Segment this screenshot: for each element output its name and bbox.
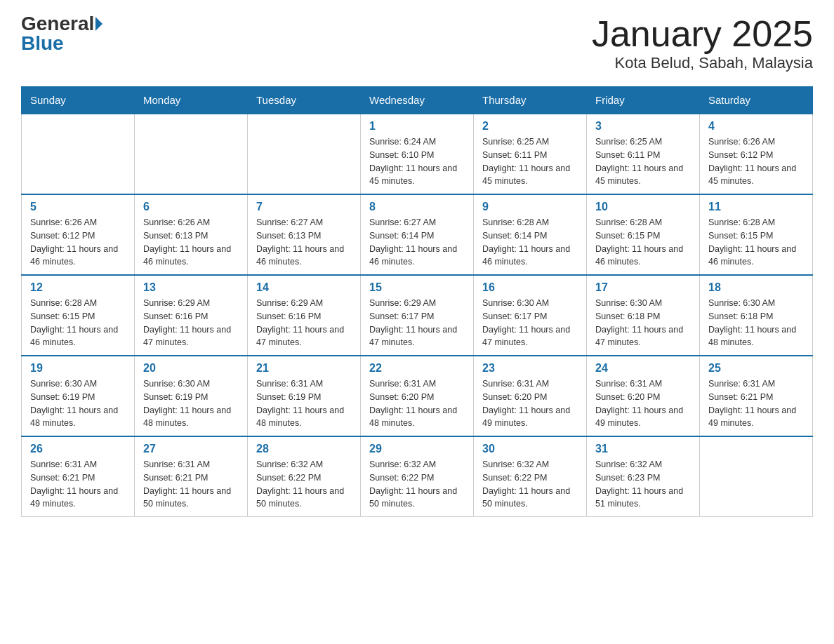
day-info: Sunrise: 6:25 AM Sunset: 6:11 PM Dayligh… (482, 135, 578, 188)
calendar-cell: 3Sunrise: 6:25 AM Sunset: 6:11 PM Daylig… (587, 114, 700, 194)
calendar-cell: 26Sunrise: 6:31 AM Sunset: 6:21 PM Dayli… (22, 436, 135, 517)
weekday-header-wednesday: Wednesday (361, 87, 474, 114)
calendar-cell: 29Sunrise: 6:32 AM Sunset: 6:22 PM Dayli… (361, 436, 474, 517)
day-info: Sunrise: 6:29 AM Sunset: 6:17 PM Dayligh… (369, 297, 465, 349)
day-number: 8 (369, 201, 465, 213)
logo-general-text: General (21, 14, 94, 34)
day-info: Sunrise: 6:29 AM Sunset: 6:16 PM Dayligh… (143, 297, 239, 349)
day-number: 1 (369, 120, 465, 133)
weekday-header-thursday: Thursday (474, 87, 587, 114)
day-info: Sunrise: 6:32 AM Sunset: 6:22 PM Dayligh… (369, 458, 465, 511)
day-info: Sunrise: 6:31 AM Sunset: 6:20 PM Dayligh… (369, 377, 465, 430)
day-info: Sunrise: 6:32 AM Sunset: 6:22 PM Dayligh… (256, 458, 352, 511)
calendar-cell: 15Sunrise: 6:29 AM Sunset: 6:17 PM Dayli… (361, 275, 474, 356)
day-number: 6 (143, 201, 239, 213)
day-number: 17 (595, 281, 691, 294)
day-number: 31 (595, 443, 691, 455)
calendar-cell: 7Sunrise: 6:27 AM Sunset: 6:13 PM Daylig… (248, 194, 361, 275)
page-header: General Blue January 2025 Kota Belud, Sa… (21, 14, 813, 72)
day-number: 18 (708, 281, 804, 294)
weekday-header-saturday: Saturday (700, 87, 813, 114)
calendar-week-row: 26Sunrise: 6:31 AM Sunset: 6:21 PM Dayli… (22, 436, 813, 517)
calendar-cell: 6Sunrise: 6:26 AM Sunset: 6:13 PM Daylig… (135, 194, 248, 275)
calendar-cell (248, 114, 361, 194)
day-number: 21 (256, 362, 352, 375)
day-info: Sunrise: 6:31 AM Sunset: 6:21 PM Dayligh… (30, 458, 126, 511)
day-number: 12 (30, 281, 126, 294)
day-info: Sunrise: 6:25 AM Sunset: 6:11 PM Dayligh… (595, 135, 691, 188)
weekday-header-monday: Monday (135, 87, 248, 114)
calendar-cell: 10Sunrise: 6:28 AM Sunset: 6:15 PM Dayli… (587, 194, 700, 275)
day-number: 10 (595, 201, 691, 213)
day-info: Sunrise: 6:26 AM Sunset: 6:13 PM Dayligh… (143, 216, 239, 269)
day-info: Sunrise: 6:28 AM Sunset: 6:15 PM Dayligh… (595, 216, 691, 269)
calendar-week-row: 5Sunrise: 6:26 AM Sunset: 6:12 PM Daylig… (22, 194, 813, 275)
calendar-cell (700, 436, 813, 517)
calendar-header-row: SundayMondayTuesdayWednesdayThursdayFrid… (22, 87, 813, 114)
day-info: Sunrise: 6:27 AM Sunset: 6:13 PM Dayligh… (256, 216, 352, 269)
day-info: Sunrise: 6:30 AM Sunset: 6:18 PM Dayligh… (595, 297, 691, 349)
day-number: 30 (482, 443, 578, 455)
location-title: Kota Belud, Sabah, Malaysia (592, 54, 813, 72)
day-info: Sunrise: 6:24 AM Sunset: 6:10 PM Dayligh… (369, 135, 465, 188)
calendar-cell: 9Sunrise: 6:28 AM Sunset: 6:14 PM Daylig… (474, 194, 587, 275)
day-number: 25 (708, 362, 804, 375)
day-number: 24 (595, 362, 691, 375)
day-number: 29 (369, 443, 465, 455)
day-info: Sunrise: 6:30 AM Sunset: 6:17 PM Dayligh… (482, 297, 578, 349)
day-info: Sunrise: 6:32 AM Sunset: 6:23 PM Dayligh… (595, 458, 691, 511)
calendar-cell: 31Sunrise: 6:32 AM Sunset: 6:23 PM Dayli… (587, 436, 700, 517)
day-info: Sunrise: 6:27 AM Sunset: 6:14 PM Dayligh… (369, 216, 465, 269)
day-number: 27 (143, 443, 239, 455)
calendar-cell: 24Sunrise: 6:31 AM Sunset: 6:20 PM Dayli… (587, 356, 700, 436)
weekday-header-friday: Friday (587, 87, 700, 114)
day-number: 19 (30, 362, 126, 375)
calendar-cell: 25Sunrise: 6:31 AM Sunset: 6:21 PM Dayli… (700, 356, 813, 436)
day-info: Sunrise: 6:32 AM Sunset: 6:22 PM Dayligh… (482, 458, 578, 511)
calendar-cell: 12Sunrise: 6:28 AM Sunset: 6:15 PM Dayli… (22, 275, 135, 356)
day-number: 26 (30, 443, 126, 455)
day-info: Sunrise: 6:31 AM Sunset: 6:19 PM Dayligh… (256, 377, 352, 430)
day-info: Sunrise: 6:31 AM Sunset: 6:20 PM Dayligh… (482, 377, 578, 430)
logo-blue-text: Blue (21, 32, 64, 54)
calendar-cell: 20Sunrise: 6:30 AM Sunset: 6:19 PM Dayli… (135, 356, 248, 436)
calendar-week-row: 12Sunrise: 6:28 AM Sunset: 6:15 PM Dayli… (22, 275, 813, 356)
calendar-cell: 14Sunrise: 6:29 AM Sunset: 6:16 PM Dayli… (248, 275, 361, 356)
calendar-cell: 23Sunrise: 6:31 AM Sunset: 6:20 PM Dayli… (474, 356, 587, 436)
calendar-cell: 1Sunrise: 6:24 AM Sunset: 6:10 PM Daylig… (361, 114, 474, 194)
day-number: 20 (143, 362, 239, 375)
day-number: 23 (482, 362, 578, 375)
day-number: 22 (369, 362, 465, 375)
calendar-table: SundayMondayTuesdayWednesdayThursdayFrid… (21, 86, 813, 517)
day-info: Sunrise: 6:31 AM Sunset: 6:21 PM Dayligh… (708, 377, 804, 430)
calendar-cell: 18Sunrise: 6:30 AM Sunset: 6:18 PM Dayli… (700, 275, 813, 356)
calendar-week-row: 19Sunrise: 6:30 AM Sunset: 6:19 PM Dayli… (22, 356, 813, 436)
day-number: 9 (482, 201, 578, 213)
day-info: Sunrise: 6:26 AM Sunset: 6:12 PM Dayligh… (30, 216, 126, 269)
calendar-cell: 28Sunrise: 6:32 AM Sunset: 6:22 PM Dayli… (248, 436, 361, 517)
logo: General Blue (21, 14, 104, 53)
day-number: 4 (708, 120, 804, 133)
day-number: 3 (595, 120, 691, 133)
day-number: 15 (369, 281, 465, 294)
day-info: Sunrise: 6:28 AM Sunset: 6:14 PM Dayligh… (482, 216, 578, 269)
day-info: Sunrise: 6:30 AM Sunset: 6:19 PM Dayligh… (143, 377, 239, 430)
day-info: Sunrise: 6:31 AM Sunset: 6:20 PM Dayligh… (595, 377, 691, 430)
calendar-cell: 4Sunrise: 6:26 AM Sunset: 6:12 PM Daylig… (700, 114, 813, 194)
weekday-header-tuesday: Tuesday (248, 87, 361, 114)
logo-arrow-icon (95, 17, 102, 31)
calendar-cell: 19Sunrise: 6:30 AM Sunset: 6:19 PM Dayli… (22, 356, 135, 436)
calendar-cell: 17Sunrise: 6:30 AM Sunset: 6:18 PM Dayli… (587, 275, 700, 356)
day-number: 7 (256, 201, 352, 213)
day-info: Sunrise: 6:28 AM Sunset: 6:15 PM Dayligh… (30, 297, 126, 349)
calendar-cell: 16Sunrise: 6:30 AM Sunset: 6:17 PM Dayli… (474, 275, 587, 356)
calendar-cell: 2Sunrise: 6:25 AM Sunset: 6:11 PM Daylig… (474, 114, 587, 194)
calendar-cell (22, 114, 135, 194)
day-info: Sunrise: 6:28 AM Sunset: 6:15 PM Dayligh… (708, 216, 804, 269)
calendar-cell (135, 114, 248, 194)
day-number: 13 (143, 281, 239, 294)
day-info: Sunrise: 6:30 AM Sunset: 6:19 PM Dayligh… (30, 377, 126, 430)
day-number: 5 (30, 201, 126, 213)
day-number: 11 (708, 201, 804, 213)
day-number: 14 (256, 281, 352, 294)
